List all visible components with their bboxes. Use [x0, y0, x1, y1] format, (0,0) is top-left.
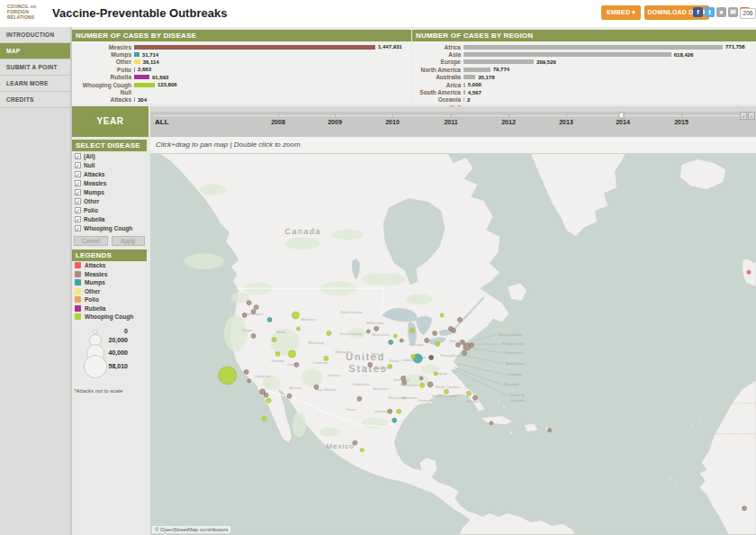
bar[interactable] [464, 59, 534, 64]
outbreak-point-measles[interactable] [368, 362, 373, 367]
checkbox[interactable]: ✓ [75, 207, 81, 213]
checkbox[interactable]: ✓ [75, 162, 81, 168]
bar[interactable] [134, 45, 375, 50]
outbreak-point-whooping[interactable] [262, 416, 266, 421]
outbreak-point-mumps[interactable] [392, 418, 397, 422]
outbreak-point-whooping[interactable] [324, 356, 328, 360]
outbreak-point-measles[interactable] [294, 362, 299, 367]
outbreak-point-measles[interactable] [247, 301, 251, 305]
outbreak-point-measles[interactable] [452, 329, 456, 333]
checkbox[interactable]: ✓ [75, 189, 81, 195]
checkbox[interactable]: ✓ [75, 171, 81, 177]
cancel-button[interactable]: Cancel [74, 236, 108, 246]
sidebar-item-map[interactable]: MAP [0, 43, 70, 59]
outbreak-point-measles[interactable] [428, 382, 433, 387]
sidebar-item-learn-more[interactable]: LEARN MORE [0, 76, 70, 92]
outbreak-point-measles[interactable] [400, 339, 403, 342]
outbreak-point-measles[interactable] [457, 318, 462, 322]
checkbox[interactable]: ✓ [75, 153, 81, 159]
outbreak-point-measles[interactable] [433, 331, 437, 336]
outbreak-point-whooping[interactable] [388, 364, 392, 368]
timeline-scroll-strip[interactable] [150, 106, 756, 112]
outbreak-point-whooping[interactable] [297, 327, 301, 331]
twitter-icon[interactable]: t [705, 7, 715, 17]
facebook-icon[interactable]: f [693, 7, 703, 17]
outbreak-point-measles[interactable] [472, 395, 477, 400]
outbreak-point-measles[interactable] [287, 394, 292, 398]
outbreak-point-whooping[interactable] [411, 354, 416, 358]
outbreak-point-mumps[interactable] [389, 340, 393, 345]
bar[interactable] [134, 75, 149, 79]
outbreak-point-measles[interactable] [244, 369, 248, 374]
outbreak-point-measles[interactable] [742, 506, 747, 511]
bar[interactable] [464, 52, 671, 57]
sidebar-item-credits[interactable]: CREDITS [0, 92, 70, 108]
outbreak-point-measles[interactable] [242, 313, 247, 318]
sidebar-item-submit-a-point[interactable]: SUBMIT A POINT [0, 59, 70, 76]
outbreak-point-whooping[interactable] [275, 351, 280, 356]
bar[interactable] [134, 83, 155, 87]
outbreak-point-measles[interactable] [455, 343, 460, 348]
outbreak-point-whooping[interactable] [272, 338, 276, 342]
outbreak-point-dark[interactable] [429, 355, 434, 359]
year-timeline-slider[interactable]: ALL 20082009201020112012201320142015 ‹ › [150, 106, 756, 137]
outbreak-point-whooping[interactable] [445, 389, 449, 394]
outbreak-point-whooping[interactable] [289, 350, 296, 358]
checkbox[interactable]: ✓ [75, 225, 81, 231]
share-count-badge[interactable]: 206 [740, 8, 756, 19]
sidebar-item-introduction[interactable]: INTRODUCTION [0, 27, 70, 43]
outbreak-map[interactable]: CanadaUnitedStatesMexicoWashingtonMontan… [150, 153, 756, 535]
outbreak-point-measles[interactable] [251, 310, 256, 314]
outbreak-point-whooping[interactable] [219, 367, 237, 385]
outbreak-point-whooping[interactable] [266, 398, 271, 403]
outbreak-point-whooping[interactable] [360, 449, 364, 452]
apply-button[interactable]: Apply [112, 236, 146, 246]
outbreak-point-measles[interactable] [548, 429, 552, 432]
outbreak-point-measles[interactable] [388, 409, 392, 413]
embed-button[interactable]: EMBED ▾ [601, 5, 641, 20]
timeline-slider-handle[interactable] [618, 112, 626, 119]
outbreak-point-measles[interactable] [366, 330, 370, 333]
outbreak-point-whooping[interactable] [440, 313, 444, 317]
outbreak-point-measles[interactable] [419, 376, 423, 380]
outbreak-point-measles[interactable] [264, 393, 268, 397]
outbreak-point-whooping[interactable] [327, 331, 331, 336]
outbreak-point-whooping[interactable] [420, 383, 425, 387]
outbreak-point-whooping[interactable] [434, 372, 437, 376]
outbreak-point-whooping[interactable] [410, 329, 415, 333]
outbreak-point-measles[interactable] [401, 376, 406, 380]
outbreak-point-measles[interactable] [314, 385, 319, 389]
map-canvas[interactable]: CanadaUnitedStatesMexicoWashingtonMontan… [150, 153, 756, 535]
bar[interactable] [464, 68, 490, 72]
outbreak-point-measles[interactable] [490, 422, 493, 425]
timeline-scroll-right-button[interactable]: › [748, 112, 755, 120]
outbreak-point-whooping[interactable] [436, 342, 440, 347]
email-icon[interactable]: ✉ [728, 7, 738, 17]
outbreak-point-whooping[interactable] [292, 312, 300, 319]
checkbox[interactable]: ✓ [75, 198, 81, 204]
timeline-track[interactable] [154, 115, 740, 116]
bar[interactable] [464, 45, 723, 50]
outbreak-point-whooping[interactable] [466, 391, 471, 395]
outbreak-point-measles[interactable] [460, 340, 464, 345]
outbreak-point-measles[interactable] [353, 440, 357, 445]
outbreak-point-whooping[interactable] [397, 409, 401, 413]
outbreak-point-measles[interactable] [469, 343, 473, 348]
outbreak-point-measles[interactable] [462, 350, 466, 355]
reddit-icon[interactable]: ● [716, 7, 726, 17]
map-attribution[interactable]: © OpenStreetMap contributors [152, 526, 230, 533]
bar[interactable] [464, 75, 475, 79]
checkbox[interactable]: ✓ [75, 180, 81, 186]
outbreak-point-mumps[interactable] [267, 318, 272, 322]
timeline-scroll-left-button[interactable]: ‹ [740, 112, 747, 120]
outbreak-point-measles[interactable] [251, 334, 256, 339]
outbreak-point-attacks[interactable] [747, 270, 751, 274]
outbreak-point-whooping[interactable] [393, 334, 397, 338]
outbreak-point-measles[interactable] [374, 327, 379, 331]
outbreak-point-measles[interactable] [402, 380, 407, 385]
bar[interactable] [134, 59, 140, 64]
outbreak-point-measles[interactable] [248, 379, 251, 383]
outbreak-point-measles[interactable] [254, 305, 258, 310]
outbreak-point-measles[interactable] [357, 396, 362, 401]
checkbox[interactable]: ✓ [75, 216, 81, 222]
